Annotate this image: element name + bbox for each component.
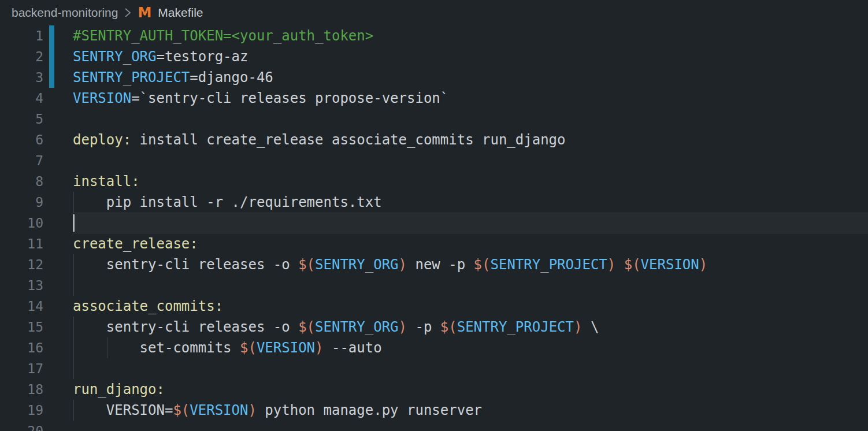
token-punct: ) bbox=[315, 340, 323, 356]
code-line[interactable]: 5 bbox=[0, 109, 868, 129]
code-line[interactable]: 18run_django: bbox=[0, 379, 868, 400]
line-number[interactable]: 12 bbox=[0, 254, 43, 275]
code-line[interactable]: 4VERSION=`sentry-cli releases propose-ve… bbox=[0, 88, 868, 109]
code-line[interactable]: 7 bbox=[0, 150, 868, 171]
token-punct: $( bbox=[298, 319, 315, 335]
token-plain: =`sentry-cli releases propose-version` bbox=[131, 90, 448, 106]
token-var: SENTRY_ORG bbox=[315, 319, 399, 335]
code-text: #SENTRY_AUTH_TOKEN=<your_auth_token> bbox=[73, 25, 373, 46]
chevron-right-icon bbox=[124, 7, 131, 18]
line-number[interactable]: 19 bbox=[0, 400, 43, 421]
line-number[interactable]: 6 bbox=[0, 129, 43, 150]
token-punct: $( bbox=[474, 257, 491, 273]
breadcrumb-folder[interactable]: backend-monitoring bbox=[12, 6, 118, 20]
token-comment: #SENTRY_AUTH_TOKEN=<your_auth_token> bbox=[73, 28, 373, 44]
code-line[interactable]: 15 sentry-cli releases -o $(SENTRY_ORG) … bbox=[0, 317, 868, 337]
code-line[interactable]: 1#SENTRY_AUTH_TOKEN=<your_auth_token> bbox=[0, 25, 868, 46]
token-punct: ) bbox=[699, 257, 707, 273]
line-number[interactable]: 1 bbox=[0, 25, 43, 46]
code-line[interactable]: 17 bbox=[0, 358, 868, 379]
token-plain: =django-46 bbox=[190, 69, 273, 86]
line-number[interactable]: 17 bbox=[0, 358, 43, 379]
token-var: SENTRY_ORG bbox=[73, 49, 157, 65]
code-line[interactable]: 13 bbox=[0, 275, 868, 296]
line-number[interactable]: 3 bbox=[0, 67, 43, 88]
token-var: SENTRY_ORG bbox=[315, 257, 399, 273]
line-number[interactable]: 10 bbox=[0, 213, 43, 233]
token-target: create_release: bbox=[73, 236, 198, 252]
makefile-icon: M bbox=[138, 6, 151, 20]
token-var: VERSION bbox=[641, 257, 699, 273]
token-punct: ) bbox=[399, 257, 407, 273]
token-punct: ) bbox=[574, 319, 582, 335]
token-punct: $( bbox=[440, 319, 457, 335]
token-var: SENTRY_PROJECT bbox=[73, 69, 190, 86]
token-target: install: bbox=[73, 173, 140, 190]
line-number[interactable]: 15 bbox=[0, 317, 43, 337]
code-line[interactable]: 6deploy: install create_release associat… bbox=[0, 129, 868, 150]
line-number[interactable]: 8 bbox=[0, 171, 43, 192]
line-number[interactable]: 16 bbox=[0, 337, 43, 358]
code-line[interactable]: 8install: bbox=[0, 171, 868, 192]
token-target: run_django: bbox=[73, 381, 165, 397]
token-plain: pip install -r ./requirements.txt bbox=[73, 194, 382, 210]
indent-guide bbox=[73, 358, 74, 379]
token-plain: -p bbox=[407, 319, 440, 335]
code-text: install: bbox=[73, 171, 140, 192]
token-plain: VERSION= bbox=[73, 402, 173, 418]
code-line[interactable]: 19 VERSION=$(VERSION) python manage.py r… bbox=[0, 400, 868, 421]
editor[interactable]: 1#SENTRY_AUTH_TOKEN=<your_auth_token>2SE… bbox=[0, 25, 868, 431]
code-line[interactable]: 12 sentry-cli releases -o $(SENTRY_ORG) … bbox=[0, 254, 868, 275]
code-line[interactable]: 10 bbox=[0, 213, 868, 233]
code-text: VERSION=`sentry-cli releases propose-ver… bbox=[73, 88, 448, 109]
breadcrumb-file[interactable]: Makefile bbox=[158, 6, 203, 20]
token-plain: sentry-cli releases -o bbox=[73, 257, 298, 273]
breadcrumb: backend-monitoring M Makefile bbox=[0, 0, 868, 25]
token-var: VERSION bbox=[257, 340, 315, 356]
token-punct: $( bbox=[624, 257, 641, 273]
current-line-highlight bbox=[73, 213, 868, 233]
code-text: pip install -r ./requirements.txt bbox=[73, 192, 382, 213]
line-number[interactable]: 9 bbox=[0, 192, 43, 213]
modified-gutter-indicator[interactable] bbox=[49, 46, 54, 67]
code-text: create_release: bbox=[73, 233, 198, 254]
line-number[interactable]: 11 bbox=[0, 233, 43, 254]
token-punct: ) bbox=[399, 319, 407, 335]
code-text: deploy: install create_release associate… bbox=[73, 129, 566, 150]
indent-guide bbox=[73, 275, 74, 296]
token-plain: sentry-cli releases -o bbox=[73, 319, 298, 335]
token-var: SENTRY_PROJECT bbox=[491, 257, 607, 273]
token-plain: install create_release associate_commits… bbox=[131, 132, 565, 148]
code-text: associate_commits: bbox=[73, 296, 223, 317]
token-punct: $( bbox=[173, 402, 190, 418]
line-number[interactable]: 7 bbox=[0, 150, 43, 171]
code-line[interactable]: 16 set-commits $(VERSION) --auto bbox=[0, 337, 868, 358]
token-target: associate_commits: bbox=[73, 298, 223, 314]
token-var: SENTRY_PROJECT bbox=[457, 319, 574, 335]
line-number[interactable]: 5 bbox=[0, 109, 43, 129]
token-plain: \ bbox=[582, 319, 599, 335]
code-line[interactable]: 11create_release: bbox=[0, 233, 868, 254]
token-plain: set-commits bbox=[73, 340, 240, 356]
token-var: VERSION bbox=[190, 402, 248, 418]
line-number[interactable]: 20 bbox=[0, 421, 43, 431]
line-number[interactable]: 18 bbox=[0, 379, 43, 400]
modified-gutter-indicator[interactable] bbox=[49, 67, 54, 88]
code-line[interactable]: 2SENTRY_ORG=testorg-az bbox=[0, 46, 868, 67]
modified-gutter-indicator[interactable] bbox=[49, 25, 54, 46]
code-line[interactable]: 9 pip install -r ./requirements.txt bbox=[0, 192, 868, 213]
line-number[interactable]: 4 bbox=[0, 88, 43, 109]
code-line[interactable]: 3SENTRY_PROJECT=django-46 bbox=[0, 67, 868, 88]
code-text: set-commits $(VERSION) --auto bbox=[73, 337, 382, 358]
line-number[interactable]: 13 bbox=[0, 275, 43, 296]
code-line[interactable]: 14associate_commits: bbox=[0, 296, 868, 317]
line-number[interactable]: 14 bbox=[0, 296, 43, 317]
code-line[interactable]: 20 bbox=[0, 421, 868, 431]
token-punct: $( bbox=[298, 257, 315, 273]
line-number[interactable]: 2 bbox=[0, 46, 43, 67]
token-plain bbox=[615, 257, 624, 273]
code-text: sentry-cli releases -o $(SENTRY_ORG) -p … bbox=[73, 317, 599, 337]
token-target: deploy: bbox=[73, 132, 131, 148]
token-plain: =testorg-az bbox=[157, 49, 248, 65]
code-text: SENTRY_PROJECT=django-46 bbox=[73, 67, 273, 88]
